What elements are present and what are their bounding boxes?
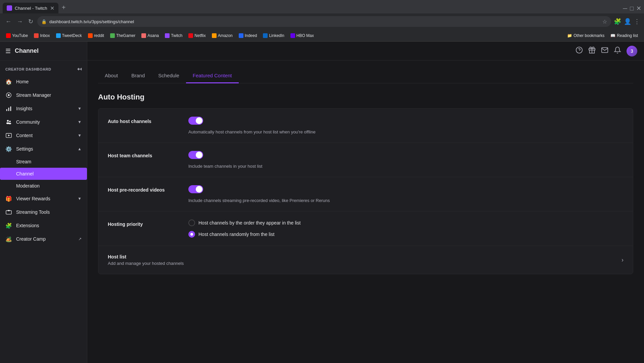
sidebar-item-stream-manager[interactable]: Stream Manager — [0, 88, 87, 102]
bookmark-reddit[interactable]: reddit — [86, 33, 106, 39]
bookmark-tweetdeck[interactable]: TweetDeck — [54, 33, 84, 39]
bookmark-amazon[interactable]: Amazon — [210, 33, 235, 39]
bookmark-indeed[interactable]: Indeed — [237, 33, 259, 39]
tab-featured-content[interactable]: Featured Content — [186, 69, 239, 83]
sidebar-subitem-channel[interactable]: Channel — [0, 168, 87, 180]
secure-icon: 🔒 — [41, 19, 47, 24]
viewer-rewards-expand-icon: ▼ — [78, 196, 82, 201]
refresh-button[interactable]: ↻ — [27, 16, 35, 27]
bookmark-linkedin-label: LinkedIn — [269, 33, 284, 38]
sidebar-item-settings[interactable]: ⚙️ Settings ▲ — [0, 142, 87, 156]
help-button[interactable] — [576, 46, 583, 55]
host-team-channels-content: Include team channels in your host list — [188, 151, 624, 169]
profile-icon[interactable]: 👤 — [624, 18, 631, 25]
browser-maximize-button[interactable]: □ — [630, 5, 634, 12]
stream-manager-icon — [5, 92, 12, 98]
bookmark-reading-list[interactable]: 📖 Reading list — [608, 33, 640, 39]
active-tab[interactable]: Channel - Twitch ✕ — [3, 3, 58, 13]
sidebar-item-community[interactable]: Community ▼ — [0, 115, 87, 129]
browser-close-button[interactable]: ✕ — [636, 5, 641, 12]
sidebar-item-content[interactable]: Content ▼ — [0, 129, 87, 142]
bookmark-netflix[interactable]: Netflix — [186, 33, 208, 39]
settings-expand-icon: ▲ — [78, 147, 82, 151]
bookmark-thegamer-label: TheGamer — [116, 33, 135, 38]
bookmark-youtube-label: YouTube — [12, 33, 28, 38]
app-title: Channel — [15, 47, 39, 54]
netflix-favicon — [188, 33, 193, 38]
hbo-favicon — [290, 33, 295, 38]
sidebar-item-viewer-rewards[interactable]: 🎁 Viewer Rewards ▼ — [0, 192, 87, 205]
new-tab-button[interactable]: + — [59, 3, 68, 12]
bookmark-other[interactable]: 📁 Other bookmarks — [565, 33, 606, 39]
sidebar-subitem-stream[interactable]: Stream — [0, 156, 87, 168]
streaming-tools-icon — [5, 209, 12, 215]
tab-brand[interactable]: Brand — [125, 69, 151, 83]
star-icon[interactable]: ☆ — [602, 18, 607, 25]
indeed-favicon — [239, 33, 243, 38]
youtube-favicon — [6, 33, 11, 38]
bookmark-reddit-label: reddit — [94, 33, 104, 38]
sidebar-collapse-button[interactable]: ↤ — [77, 66, 82, 72]
sidebar-item-creator-camp[interactable]: 🏕️ Creator Camp ↗ — [0, 232, 87, 246]
tab-about[interactable]: About — [98, 69, 125, 83]
linkedin-favicon — [263, 33, 268, 38]
radio-random[interactable]: Host channels randomly from the list — [188, 231, 624, 238]
browser-menu-icon[interactable]: ⋮ — [634, 18, 640, 25]
sidebar-item-extensions[interactable]: 🧩 Extensions — [0, 219, 87, 232]
user-avatar[interactable]: 3 — [627, 46, 637, 56]
home-icon: 🏠 — [5, 78, 12, 85]
sidebar-item-insights[interactable]: Insights ▼ — [0, 102, 87, 115]
browser-minimize-button[interactable]: ─ — [623, 5, 627, 12]
radio-order-label: Host channels by the order they appear i… — [198, 220, 301, 226]
tab-close-button[interactable]: ✕ — [50, 5, 54, 11]
bookmark-youtube[interactable]: YouTube — [4, 33, 30, 39]
channel-tab-nav: About Brand Schedule Featured Content — [98, 69, 633, 83]
bookmark-inbox[interactable]: Inbox — [32, 33, 52, 39]
sidebar-item-community-label: Community — [16, 119, 40, 125]
gamer-favicon — [110, 33, 115, 38]
notifications-button[interactable] — [614, 46, 621, 55]
bookmarks-bar: YouTube Inbox TweetDeck reddit TheGamer … — [0, 30, 644, 42]
auto-host-channels-row: Auto host channels Automatically host ch… — [98, 109, 633, 143]
bookmark-asana[interactable]: Asana — [139, 33, 161, 39]
insights-icon — [5, 105, 12, 112]
host-team-channels-toggle[interactable] — [188, 151, 203, 159]
tab-schedule[interactable]: Schedule — [151, 69, 186, 83]
sidebar-item-home[interactable]: 🏠 Home — [0, 75, 87, 88]
auto-host-channels-toggle[interactable] — [188, 117, 203, 125]
toggle-knob-3 — [196, 186, 202, 193]
host-list-label: Host list Add and manage your hosted cha… — [108, 254, 622, 266]
sidebar-subitem-moderation[interactable]: Moderation — [0, 180, 87, 192]
sidebar: ☰ Channel CREATOR DASHBOARD ↤ 🏠 Home Str… — [0, 42, 87, 363]
svg-rect-4 — [10, 107, 11, 111]
sidebar-item-extensions-label: Extensions — [16, 223, 39, 228]
gifts-button[interactable] — [588, 46, 596, 55]
bookmark-thegamer[interactable]: TheGamer — [108, 33, 137, 39]
asana-favicon — [141, 33, 146, 38]
back-button[interactable]: ← — [4, 17, 13, 27]
host-pre-recorded-label: Host pre-recorded videos — [108, 185, 175, 193]
bookmark-hbomax[interactable]: HBO Max — [288, 33, 316, 39]
auto-host-channels-description: Automatically host channels from your ho… — [188, 129, 624, 134]
bookmark-hbomax-label: HBO Max — [296, 33, 314, 38]
sidebar-item-streaming-tools[interactable]: Streaming Tools — [0, 205, 87, 219]
host-team-channels-description: Include team channels in your host list — [188, 164, 624, 169]
bookmark-inbox-label: Inbox — [40, 33, 50, 38]
bookmark-linkedin[interactable]: LinkedIn — [261, 33, 286, 39]
host-pre-recorded-toggle[interactable] — [188, 185, 203, 193]
hosting-priority-row: Hosting priority Host channels by the or… — [98, 211, 633, 246]
host-list-title: Host list — [108, 254, 622, 259]
forward-button[interactable]: → — [15, 17, 24, 27]
host-list-row[interactable]: Host list Add and manage your hosted cha… — [98, 246, 633, 274]
hamburger-menu-button[interactable]: ☰ — [5, 47, 11, 55]
creator-dashboard-label: CREATOR DASHBOARD ↤ — [0, 61, 87, 75]
extensions-icon[interactable]: 🧩 — [614, 18, 621, 25]
messages-button[interactable] — [601, 46, 608, 55]
toggle-knob — [196, 117, 202, 124]
bookmark-twitch[interactable]: Twitch — [163, 33, 184, 39]
url-bar[interactable]: 🔒 dashboard.twitch.tv/u/3pps/settings/ch… — [37, 16, 611, 27]
radio-order[interactable]: Host channels by the order they appear i… — [188, 219, 624, 226]
address-bar: ← → ↻ 🔒 dashboard.twitch.tv/u/3pps/setti… — [0, 13, 644, 30]
svg-point-1 — [8, 94, 9, 96]
hosting-priority-content: Host channels by the order they appear i… — [188, 219, 624, 238]
